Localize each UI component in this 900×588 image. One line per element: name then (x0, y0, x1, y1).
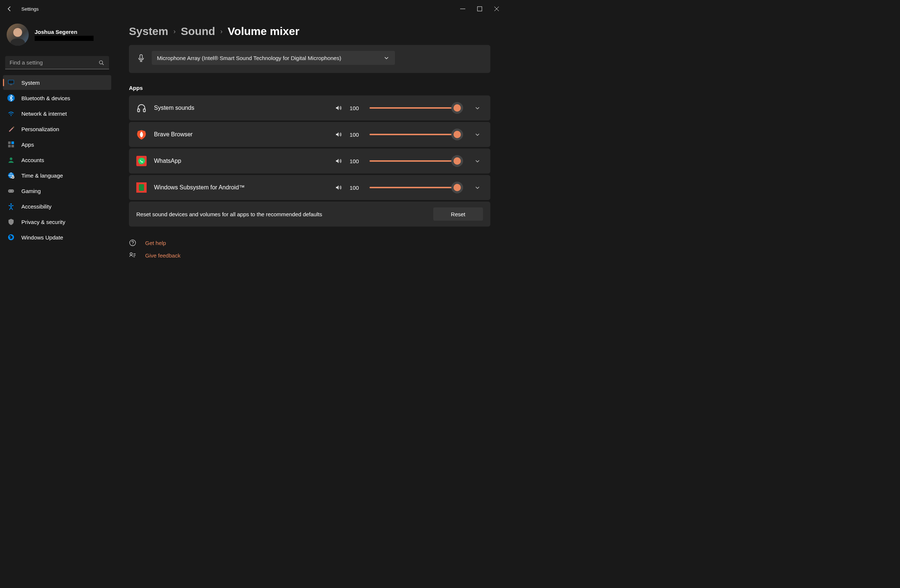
chevron-right-icon: › (174, 28, 176, 36)
give-feedback-link[interactable]: Give feedback (129, 251, 490, 259)
get-help-link[interactable]: Get help (129, 239, 490, 247)
content-area: System › Sound › Volume mixer Microphone… (114, 18, 505, 330)
expand-button[interactable] (472, 102, 483, 113)
shield-icon (7, 218, 15, 225)
brave-icon (136, 129, 147, 140)
app-name: System sounds (154, 105, 301, 111)
sidebar-item-label: Bluetooth & devices (22, 95, 70, 101)
window-minimize-button[interactable] (454, 3, 471, 15)
update-icon (7, 234, 15, 241)
input-device-selected: Microphone Array (Intel® Smart Sound Tec… (157, 55, 341, 61)
profile-block[interactable]: Joshua Segeren (3, 22, 111, 51)
app-title: Settings (22, 6, 39, 12)
headphones-icon (136, 103, 147, 113)
search-icon (98, 59, 105, 66)
reset-button[interactable]: Reset (433, 208, 483, 221)
app-volume-row: Brave Browser100 (129, 122, 490, 147)
chevron-right-icon: › (220, 28, 222, 36)
gamepad-icon (7, 187, 15, 194)
expand-button[interactable] (472, 155, 483, 166)
volume-icon[interactable] (335, 157, 342, 165)
get-help-label: Get help (145, 240, 166, 246)
volume-slider[interactable] (369, 157, 460, 165)
sidebar-item-bluetooth-devices[interactable]: Bluetooth & devices (3, 91, 111, 105)
search-input[interactable] (9, 59, 98, 65)
microphone-icon (137, 54, 145, 62)
apps-icon (7, 141, 15, 148)
search-box[interactable] (5, 56, 109, 69)
brush-icon (7, 125, 15, 133)
app-volume-list: System sounds100Brave Browser100WhatsApp… (129, 95, 490, 200)
feedback-icon (129, 251, 136, 259)
sidebar-item-label: Network & internet (22, 110, 67, 117)
sidebar: Joshua Segeren SystemBluetooth & devices… (0, 18, 114, 330)
app-name: Brave Browser (154, 131, 301, 138)
app-name: WhatsApp (154, 158, 301, 164)
wifi-icon (7, 110, 15, 117)
sidebar-item-network-internet[interactable]: Network & internet (3, 106, 111, 121)
expand-button[interactable] (472, 129, 483, 140)
avatar (7, 23, 29, 46)
wsa-icon (136, 182, 147, 193)
breadcrumb-system[interactable]: System (129, 25, 168, 37)
volume-slider[interactable] (369, 104, 460, 112)
volume-icon[interactable] (335, 131, 342, 138)
volume-value: 100 (350, 158, 362, 164)
sidebar-item-system[interactable]: System (3, 75, 111, 90)
app-name: Windows Subsystem for Android™ (154, 184, 301, 191)
help-icon (129, 239, 136, 247)
volume-value: 100 (350, 132, 362, 138)
sidebar-item-label: Windows Update (22, 234, 63, 240)
nav-list: SystemBluetooth & devicesNetwork & inter… (3, 75, 111, 245)
volume-value: 100 (350, 105, 362, 111)
sidebar-item-label: Gaming (22, 188, 41, 194)
sidebar-item-accessibility[interactable]: Accessibility (3, 199, 111, 214)
sidebar-item-label: Accessibility (22, 203, 51, 209)
apps-section-title: Apps (129, 85, 490, 91)
give-feedback-label: Give feedback (145, 252, 180, 259)
sidebar-item-label: Privacy & security (22, 219, 65, 225)
back-button[interactable] (5, 4, 15, 14)
bluetooth-icon (7, 94, 15, 102)
sidebar-item-label: Accounts (22, 157, 44, 163)
window-close-button[interactable] (488, 3, 505, 15)
sidebar-item-apps[interactable]: Apps (3, 137, 111, 152)
sidebar-item-label: Personalization (22, 126, 59, 132)
volume-icon[interactable] (335, 104, 342, 112)
profile-name: Joshua Segeren (35, 29, 93, 35)
sidebar-item-personalization[interactable]: Personalization (3, 122, 111, 136)
sidebar-item-label: System (22, 79, 40, 86)
breadcrumb: System › Sound › Volume mixer (129, 25, 490, 37)
monitor-icon (7, 79, 15, 86)
sidebar-item-time-language[interactable]: Time & language (3, 168, 111, 183)
chevron-down-icon (383, 54, 390, 61)
sidebar-item-gaming[interactable]: Gaming (3, 183, 111, 198)
accessibility-icon (7, 203, 15, 210)
person-icon (7, 156, 15, 164)
expand-button[interactable] (472, 182, 483, 193)
sidebar-item-label: Apps (22, 141, 34, 148)
input-device-card: Microphone Array (Intel® Smart Sound Tec… (129, 45, 490, 73)
volume-icon[interactable] (335, 184, 342, 191)
volume-slider[interactable] (369, 131, 460, 138)
breadcrumb-sound[interactable]: Sound (181, 25, 215, 37)
titlebar: Settings (0, 0, 505, 18)
whatsapp-icon (136, 156, 147, 166)
app-volume-row: WhatsApp100 (129, 149, 490, 174)
globe-icon (7, 172, 15, 179)
breadcrumb-current: Volume mixer (228, 25, 299, 37)
sidebar-item-accounts[interactable]: Accounts (3, 152, 111, 167)
profile-email-redacted (35, 36, 93, 41)
app-volume-row: Windows Subsystem for Android™100 (129, 175, 490, 200)
sidebar-item-label: Time & language (22, 172, 63, 179)
window-maximize-button[interactable] (471, 3, 488, 15)
volume-value: 100 (350, 185, 362, 191)
reset-row: Reset sound devices and volumes for all … (129, 202, 490, 227)
volume-slider[interactable] (369, 184, 460, 191)
app-volume-row: System sounds100 (129, 95, 490, 121)
sidebar-item-privacy-security[interactable]: Privacy & security (3, 214, 111, 229)
sidebar-item-windows-update[interactable]: Windows Update (3, 230, 111, 245)
input-device-dropdown[interactable]: Microphone Array (Intel® Smart Sound Tec… (152, 51, 395, 65)
reset-description: Reset sound devices and volumes for all … (136, 211, 322, 217)
